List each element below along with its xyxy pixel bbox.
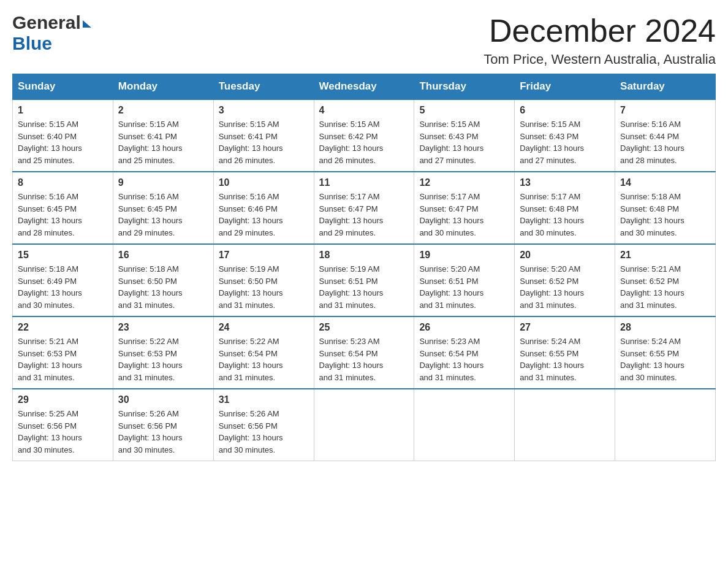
logo: General Blue [12, 12, 91, 54]
calendar-cell: 16Sunrise: 5:18 AMSunset: 6:50 PMDayligh… [113, 244, 213, 316]
calendar-cell: 14Sunrise: 5:18 AMSunset: 6:48 PMDayligh… [615, 172, 716, 244]
calendar-cell: 8Sunrise: 5:16 AMSunset: 6:45 PMDaylight… [13, 172, 113, 244]
day-number: 28 [620, 322, 710, 333]
calendar-cell: 7Sunrise: 5:16 AMSunset: 6:44 PMDaylight… [615, 99, 716, 172]
day-number: 24 [219, 322, 309, 333]
day-number: 3 [219, 105, 309, 116]
day-number: 5 [419, 105, 509, 116]
calendar-cell: 10Sunrise: 5:16 AMSunset: 6:46 PMDayligh… [213, 172, 314, 244]
calendar-cell [314, 389, 414, 461]
title-area: December 2024 Tom Price, Western Austral… [483, 12, 716, 67]
day-info: Sunrise: 5:21 AMSunset: 6:53 PMDaylight:… [18, 335, 108, 383]
col-wednesday: Wednesday [314, 74, 414, 100]
day-info: Sunrise: 5:23 AMSunset: 6:54 PMDaylight:… [419, 335, 509, 383]
day-info: Sunrise: 5:18 AMSunset: 6:50 PMDaylight:… [118, 263, 208, 311]
day-info: Sunrise: 5:16 AMSunset: 6:46 PMDaylight:… [219, 191, 309, 239]
calendar-week-5: 29Sunrise: 5:25 AMSunset: 6:56 PMDayligh… [13, 389, 716, 461]
calendar-cell [414, 389, 515, 461]
col-thursday: Thursday [414, 74, 515, 100]
calendar-cell: 23Sunrise: 5:22 AMSunset: 6:53 PMDayligh… [113, 316, 213, 389]
day-info: Sunrise: 5:20 AMSunset: 6:52 PMDaylight:… [520, 263, 610, 311]
day-number: 20 [520, 250, 610, 261]
calendar-cell: 30Sunrise: 5:26 AMSunset: 6:56 PMDayligh… [113, 389, 213, 461]
calendar-cell: 11Sunrise: 5:17 AMSunset: 6:47 PMDayligh… [314, 172, 414, 244]
calendar-cell [515, 389, 615, 461]
day-number: 21 [620, 250, 710, 261]
calendar-cell: 19Sunrise: 5:20 AMSunset: 6:51 PMDayligh… [414, 244, 515, 316]
calendar-cell: 6Sunrise: 5:15 AMSunset: 6:43 PMDaylight… [515, 99, 615, 172]
day-info: Sunrise: 5:22 AMSunset: 6:53 PMDaylight:… [118, 335, 208, 383]
day-info: Sunrise: 5:19 AMSunset: 6:50 PMDaylight:… [219, 263, 309, 311]
day-number: 22 [18, 322, 108, 333]
day-info: Sunrise: 5:17 AMSunset: 6:47 PMDaylight:… [319, 191, 409, 239]
logo-general: General [12, 12, 81, 33]
day-info: Sunrise: 5:15 AMSunset: 6:40 PMDaylight:… [18, 118, 108, 166]
day-number: 29 [18, 394, 108, 405]
calendar-cell: 1Sunrise: 5:15 AMSunset: 6:40 PMDaylight… [13, 99, 113, 172]
calendar-week-3: 15Sunrise: 5:18 AMSunset: 6:49 PMDayligh… [13, 244, 716, 316]
day-number: 10 [219, 177, 309, 188]
col-friday: Friday [515, 74, 615, 100]
day-number: 13 [520, 177, 610, 188]
day-number: 11 [319, 177, 409, 188]
day-info: Sunrise: 5:23 AMSunset: 6:54 PMDaylight:… [319, 335, 409, 383]
day-info: Sunrise: 5:21 AMSunset: 6:52 PMDaylight:… [620, 263, 710, 311]
calendar-cell: 18Sunrise: 5:19 AMSunset: 6:51 PMDayligh… [314, 244, 414, 316]
day-info: Sunrise: 5:20 AMSunset: 6:51 PMDaylight:… [419, 263, 509, 311]
day-info: Sunrise: 5:15 AMSunset: 6:43 PMDaylight:… [419, 118, 509, 166]
calendar-week-1: 1Sunrise: 5:15 AMSunset: 6:40 PMDaylight… [13, 99, 716, 172]
calendar-cell: 20Sunrise: 5:20 AMSunset: 6:52 PMDayligh… [515, 244, 615, 316]
day-number: 31 [219, 394, 309, 405]
day-number: 4 [319, 105, 409, 116]
calendar-table: Sunday Monday Tuesday Wednesday Thursday… [12, 74, 716, 461]
day-info: Sunrise: 5:15 AMSunset: 6:42 PMDaylight:… [319, 118, 409, 166]
day-number: 27 [520, 322, 610, 333]
calendar-cell: 9Sunrise: 5:16 AMSunset: 6:45 PMDaylight… [113, 172, 213, 244]
calendar-cell: 31Sunrise: 5:26 AMSunset: 6:56 PMDayligh… [213, 389, 314, 461]
day-number: 15 [18, 250, 108, 261]
calendar-cell: 29Sunrise: 5:25 AMSunset: 6:56 PMDayligh… [13, 389, 113, 461]
day-info: Sunrise: 5:15 AMSunset: 6:41 PMDaylight:… [118, 118, 208, 166]
calendar-cell: 12Sunrise: 5:17 AMSunset: 6:47 PMDayligh… [414, 172, 515, 244]
logo-arrow-icon [83, 20, 91, 28]
calendar-cell: 3Sunrise: 5:15 AMSunset: 6:41 PMDaylight… [213, 99, 314, 172]
day-number: 30 [118, 394, 208, 405]
day-number: 2 [118, 105, 208, 116]
day-number: 23 [118, 322, 208, 333]
col-saturday: Saturday [615, 74, 716, 100]
day-info: Sunrise: 5:24 AMSunset: 6:55 PMDaylight:… [620, 335, 710, 383]
calendar-cell: 15Sunrise: 5:18 AMSunset: 6:49 PMDayligh… [13, 244, 113, 316]
location-title: Tom Price, Western Australia, Australia [483, 52, 716, 67]
day-number: 9 [118, 177, 208, 188]
day-info: Sunrise: 5:16 AMSunset: 6:45 PMDaylight:… [118, 191, 208, 239]
day-info: Sunrise: 5:19 AMSunset: 6:51 PMDaylight:… [319, 263, 409, 311]
calendar-week-4: 22Sunrise: 5:21 AMSunset: 6:53 PMDayligh… [13, 316, 716, 389]
day-info: Sunrise: 5:24 AMSunset: 6:55 PMDaylight:… [520, 335, 610, 383]
calendar-cell: 5Sunrise: 5:15 AMSunset: 6:43 PMDaylight… [414, 99, 515, 172]
calendar-cell: 26Sunrise: 5:23 AMSunset: 6:54 PMDayligh… [414, 316, 515, 389]
day-number: 18 [319, 250, 409, 261]
calendar-cell: 25Sunrise: 5:23 AMSunset: 6:54 PMDayligh… [314, 316, 414, 389]
calendar-cell: 17Sunrise: 5:19 AMSunset: 6:50 PMDayligh… [213, 244, 314, 316]
day-info: Sunrise: 5:18 AMSunset: 6:49 PMDaylight:… [18, 263, 108, 311]
calendar-header-row: Sunday Monday Tuesday Wednesday Thursday… [13, 74, 716, 100]
calendar-cell: 13Sunrise: 5:17 AMSunset: 6:48 PMDayligh… [515, 172, 615, 244]
day-number: 16 [118, 250, 208, 261]
calendar-cell: 21Sunrise: 5:21 AMSunset: 6:52 PMDayligh… [615, 244, 716, 316]
day-number: 26 [419, 322, 509, 333]
logo-blue: Blue [12, 33, 52, 53]
day-info: Sunrise: 5:16 AMSunset: 6:44 PMDaylight:… [620, 118, 710, 166]
calendar-week-2: 8Sunrise: 5:16 AMSunset: 6:45 PMDaylight… [13, 172, 716, 244]
day-number: 6 [520, 105, 610, 116]
day-number: 7 [620, 105, 710, 116]
day-info: Sunrise: 5:15 AMSunset: 6:41 PMDaylight:… [219, 118, 309, 166]
calendar-cell: 28Sunrise: 5:24 AMSunset: 6:55 PMDayligh… [615, 316, 716, 389]
calendar-cell: 2Sunrise: 5:15 AMSunset: 6:41 PMDaylight… [113, 99, 213, 172]
day-number: 8 [18, 177, 108, 188]
day-number: 14 [620, 177, 710, 188]
day-info: Sunrise: 5:15 AMSunset: 6:43 PMDaylight:… [520, 118, 610, 166]
calendar-cell [615, 389, 716, 461]
calendar-cell: 22Sunrise: 5:21 AMSunset: 6:53 PMDayligh… [13, 316, 113, 389]
day-info: Sunrise: 5:18 AMSunset: 6:48 PMDaylight:… [620, 191, 710, 239]
col-monday: Monday [113, 74, 213, 100]
